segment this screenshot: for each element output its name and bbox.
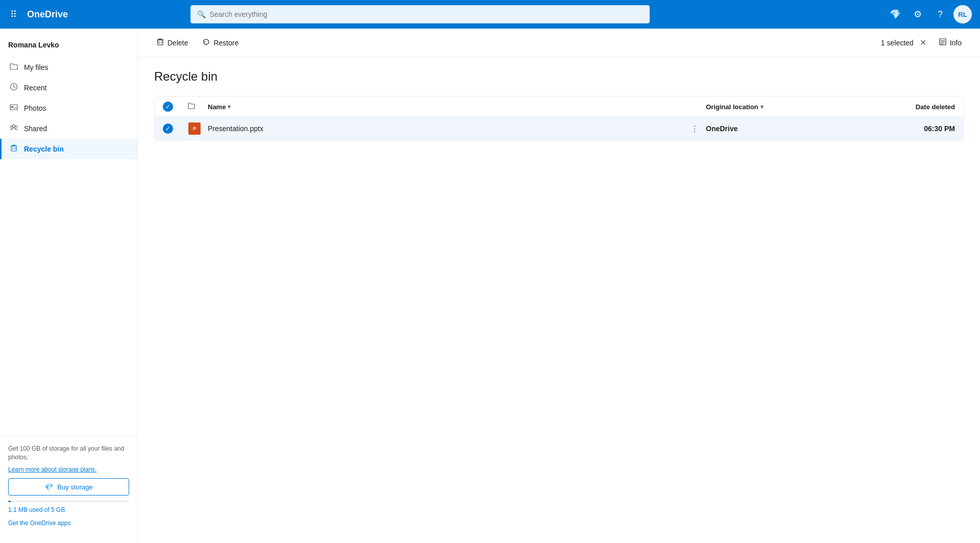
svg-point-5 (15, 126, 17, 128)
file-name: Presentation.pptx (208, 125, 685, 133)
file-more-button[interactable]: ⋮ (688, 121, 702, 136)
search-bar[interactable]: 🔍 (190, 5, 650, 23)
app-logo: OneDrive (27, 9, 68, 20)
toolbar-right: 1 selected ✕ Info (881, 35, 968, 51)
svg-rect-6 (11, 146, 16, 151)
row-name-col: Presentation.pptx ⋮ (208, 121, 702, 136)
row-location-col: OneDrive (706, 125, 849, 133)
buy-storage-diamond-icon: 💎 (44, 483, 53, 491)
svg-rect-1 (10, 105, 17, 110)
svg-point-3 (13, 125, 15, 128)
diamond-upgrade-button[interactable]: 💎 (886, 5, 904, 23)
delete-button[interactable]: Delete (150, 35, 194, 51)
search-input[interactable] (210, 10, 643, 18)
file-type-icon: P (187, 121, 202, 136)
file-list-header: ✓ Name ▾ Original location ▾ (155, 96, 963, 117)
file-date: 06:30 PM (924, 125, 955, 133)
storage-promo-text: Get 100 GB of storage for all your files… (8, 445, 129, 462)
date-col-label: Date deleted (916, 103, 955, 111)
buy-storage-label: Buy storage (57, 483, 92, 491)
sidebar-item-label-photos: Photos (24, 104, 46, 112)
storage-used-link[interactable]: 1.1 MB used of 5 GB (8, 506, 65, 513)
buy-storage-button[interactable]: 💎 Buy storage (8, 478, 129, 496)
main-layout: Romana Levko My files Recent (0, 29, 980, 543)
sidebar-item-recycle-bin[interactable]: Recycle bin (0, 139, 137, 159)
select-all-checkbox[interactable]: ✓ (163, 102, 173, 112)
header-actions: 💎 ⚙ ? RL (886, 5, 972, 23)
info-icon (939, 38, 947, 47)
sidebar-item-photos[interactable]: Photos (0, 98, 137, 118)
header-check-col: ✓ (163, 102, 183, 112)
delete-label: Delete (167, 39, 188, 47)
page-title: Recycle bin (154, 69, 964, 84)
storage-bar-container (8, 501, 129, 502)
main-content: Delete Restore 1 selected ✕ (138, 29, 980, 543)
sidebar-item-label-shared: Shared (24, 125, 47, 133)
sidebar-item-shared[interactable]: Shared (0, 118, 137, 139)
header-date-col[interactable]: Date deleted (853, 103, 955, 111)
photos-icon (10, 103, 18, 113)
row-icon-col: P (187, 121, 204, 136)
recent-icon (10, 83, 18, 93)
recycle-bin-icon (10, 144, 18, 154)
location-col-label: Original location (706, 103, 758, 111)
delete-icon (156, 38, 164, 47)
row-check-col: ✓ (163, 124, 183, 134)
restore-label: Restore (213, 39, 238, 47)
restore-icon (202, 38, 210, 47)
learn-more-link[interactable]: Learn more about storage plans. (8, 466, 96, 473)
sidebar-bottom: Get 100 GB of storage for all your files… (0, 436, 137, 535)
name-col-label: Name (208, 103, 226, 111)
sidebar-item-label-recycle-bin: Recycle bin (24, 145, 64, 153)
header-location-col[interactable]: Original location ▾ (706, 103, 849, 111)
svg-rect-9 (158, 40, 163, 45)
sidebar-item-recent[interactable]: Recent (0, 78, 137, 98)
header-name-col[interactable]: Name ▾ (208, 103, 702, 111)
sidebar-item-my-files[interactable]: My files (0, 57, 137, 78)
help-button[interactable]: ? (931, 5, 949, 23)
row-date-col: 06:30 PM (853, 125, 955, 133)
location-sort-icon[interactable]: ▾ (761, 104, 764, 110)
svg-point-4 (10, 126, 12, 128)
toolbar: Delete Restore 1 selected ✕ (138, 29, 980, 57)
storage-bar-fill (8, 501, 11, 502)
deselect-button[interactable]: ✕ (918, 36, 928, 50)
sidebar-item-label-recent: Recent (24, 84, 46, 92)
info-label: Info (950, 39, 962, 47)
info-button[interactable]: Info (933, 35, 968, 51)
pptx-icon: P (188, 122, 201, 135)
user-avatar[interactable]: RL (953, 5, 972, 23)
get-apps-link[interactable]: Get the OneDrive apps (8, 520, 129, 527)
header-icon-col (187, 102, 204, 112)
shared-icon (10, 124, 18, 134)
name-sort-icon[interactable]: ▾ (228, 104, 231, 110)
search-icon: 🔍 (197, 10, 206, 18)
file-list: ✓ Name ▾ Original location ▾ (154, 96, 964, 140)
header: ⠿ OneDrive 🔍 💎 ⚙ ? RL (0, 0, 980, 29)
file-location: OneDrive (706, 125, 849, 133)
content-area: Recycle bin ✓ Name ▾ (138, 57, 980, 543)
my-files-icon (10, 62, 18, 72)
sidebar: Romana Levko My files Recent (0, 29, 138, 543)
table-row[interactable]: ✓ P Presentation.pptx ⋮ OneDrive (155, 117, 963, 140)
restore-button[interactable]: Restore (196, 35, 244, 51)
sidebar-user-name: Romana Levko (0, 37, 137, 57)
sidebar-item-label-my-files: My files (24, 63, 48, 71)
selected-count: 1 selected (881, 39, 914, 47)
grid-icon[interactable]: ⠿ (8, 7, 19, 22)
settings-button[interactable]: ⚙ (909, 5, 927, 23)
toolbar-left: Delete Restore (150, 35, 877, 51)
sidebar-nav: My files Recent (0, 57, 137, 436)
row-checkbox[interactable]: ✓ (163, 124, 173, 134)
